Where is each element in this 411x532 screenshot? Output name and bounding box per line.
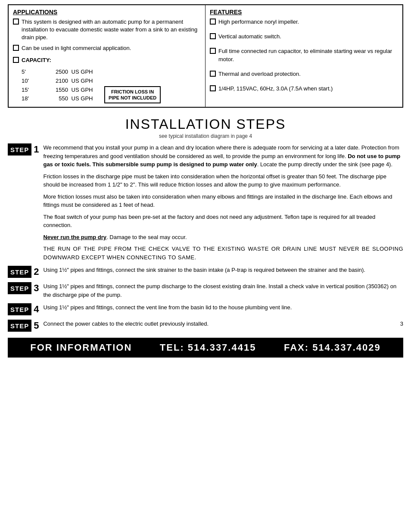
step-3-badge: STEP 3 [8,282,39,294]
checkbox-f2 [210,33,216,39]
step-3-content: Using 1½" pipes and fittings, connect th… [43,282,403,299]
step-4-row: STEP 4 Using 1½" pipes and fittings, con… [8,303,403,315]
step-label-3: STEP [8,282,31,294]
app-item-2: Can be used in light commercial applicat… [13,44,201,52]
step-number-2: 2 [34,267,39,277]
footer-info-label: FOR INFORMATION [30,342,132,353]
step-1-content: We recommend that you install your pump … [43,143,403,261]
checkbox-f1 [210,19,216,25]
step-label-2: STEP [8,266,31,278]
checkbox-1 [13,19,19,25]
installation-title: INSTALLATION STEPS [8,116,403,132]
installation-subtitle: see typical installation diagram in page… [8,133,403,139]
checkbox-f5 [210,85,216,91]
step-1-row: STEP 1 We recommend that you install you… [8,143,403,261]
feature-item-3: Full time connected run capacitor, to el… [210,47,398,63]
step-4-badge: STEP 4 [8,303,39,315]
step-label-4: STEP [8,303,31,315]
checkbox-f3 [210,48,216,54]
footer-tel: TEL: 514.337.4415 [160,342,256,353]
step-label-1: STEP [8,143,31,156]
applications-title: APPLICATIONS [13,9,201,16]
step-5-row: STEP 5 Connect the power cables to the e… [8,320,403,332]
step-2-badge: STEP 2 [8,266,39,278]
step-5-badge: STEP 5 [8,320,39,332]
step-number-4: 4 [34,305,39,314]
step-1-badge: STEP 1 [8,143,39,156]
step-label-5: STEP [8,320,31,332]
page-number: 3 [400,320,403,328]
capacity-label: CAPACITY: [13,56,201,64]
step-number-1: 1 [34,145,39,154]
capacity-table: 5' 10' 15' 18' 2500 US GPH 2100 US GPH 1… [22,68,96,103]
friction-loss-box: FRICTION LOSS IN PIPE NOT INCLUDED [104,86,161,104]
checkbox-2 [13,45,19,51]
feature-item-2: Vertical automatic switch. [210,33,398,40]
step-4-content: Using 1½" pipes and fittings, connect th… [43,303,403,312]
step-2-row: STEP 2 Using 1½" pipes and fittings, con… [8,266,403,278]
step-5-content: Connect the power cables to the electric… [43,320,403,328]
step-2-content: Using 1½" pipes and fittings, connect th… [43,266,403,274]
feature-item-4: Thermal and overload protection. [210,70,398,78]
checkbox-f4 [210,71,216,77]
feature-item-1: High performance noryl impeller. [210,18,398,26]
features-title: FEATURES [210,9,398,16]
checkbox-capacity [13,57,19,63]
feature-item-5: 1/4HP, 115VAC, 60Hz, 3.0A (7.5A when sta… [210,85,398,93]
step-3-row: STEP 3 Using 1½" pipes and fittings, con… [8,282,403,299]
footer-fax: FAX: 514.337.4029 [284,342,381,353]
step-number-5: 5 [34,321,39,330]
app-item-1: This system is designed with an automati… [13,18,201,42]
step-number-3: 3 [34,283,39,293]
footer-bar: FOR INFORMATION TEL: 514.337.4415 FAX: 5… [8,338,403,358]
